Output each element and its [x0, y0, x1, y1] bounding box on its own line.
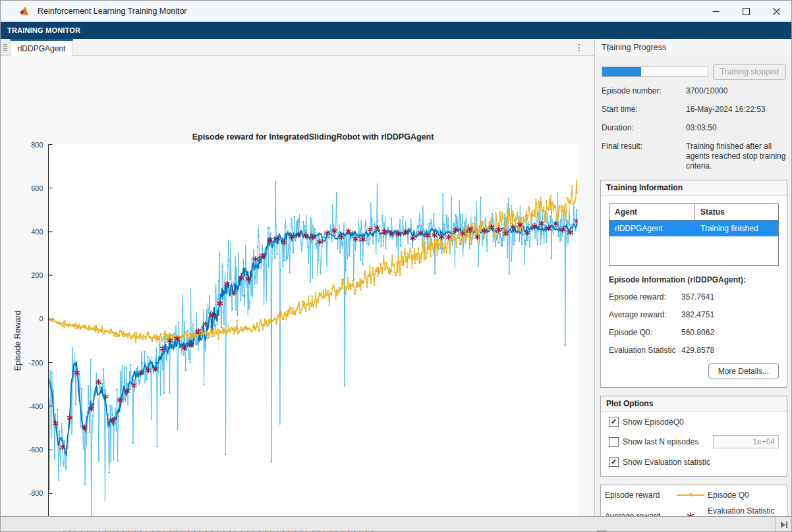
show-last-n-episodes-option: Show last N episodes — [609, 435, 779, 448]
field-value: 16-May-2024 16:22:53 — [686, 105, 786, 115]
panel-kebab-menu-icon[interactable]: ⋮ — [602, 40, 615, 55]
field-value: 382.4751 — [681, 310, 714, 319]
duration-row: Duration: 03:03:50 — [602, 123, 786, 133]
app-window: Reinforcement Learning Training Monitor … — [0, 0, 792, 532]
plot-options-section: Plot Options ✓ Show EpisodeQ0 Show last … — [600, 396, 787, 477]
legend-episode-q0-label: Episode Q0 — [708, 491, 789, 500]
field-label: Episode reward: — [609, 292, 681, 302]
svg-text:600: 600 — [31, 184, 43, 192]
svg-text:0: 0 — [39, 315, 43, 323]
option-label: Show last N episodes — [623, 437, 698, 446]
show-last-n-episodes-checkbox[interactable] — [609, 437, 619, 447]
reward-chart: 0500100015002000250030003500-1000-800-60… — [1, 56, 594, 518]
agent-status-table: Agent Status rlDDPGAgent Training finish… — [609, 203, 779, 266]
field-label: Average reward: — [609, 310, 681, 319]
field-value: 03:03:50 — [686, 123, 786, 133]
tab-rlddpgagent[interactable]: rlDDPGAgent — [10, 39, 73, 56]
title-bar: Reinforcement Learning Training Monitor — [1, 1, 791, 22]
progress-fill — [602, 67, 641, 76]
training-progress-bar — [602, 66, 708, 77]
field-label: Final result: — [602, 142, 686, 171]
svg-text:Episode Reward: Episode Reward — [13, 311, 22, 371]
field-label: Episode number: — [602, 86, 686, 96]
episode-number-row: Episode number: 3700/10000 — [602, 86, 786, 96]
grip-icon[interactable] — [1, 39, 11, 55]
field-label: Start time: — [602, 105, 686, 115]
minimize-button[interactable] — [700, 1, 731, 22]
show-evaluation-statistic-option: ✓ Show Evaluation statistic — [609, 457, 779, 467]
field-label: Episode Q0: — [609, 328, 681, 337]
last-n-episodes-input[interactable] — [713, 435, 779, 448]
training-stopped-button[interactable]: Training stopped — [713, 64, 786, 80]
status-bar — [1, 516, 792, 532]
column-header-agent[interactable]: Agent — [609, 204, 695, 220]
table-header-row: Agent Status — [609, 204, 778, 221]
training-progress-panel: Training Progress ⋮ Training stopped Epi… — [594, 39, 792, 516]
tab-kebab-menu-icon[interactable]: ⋮ — [573, 40, 586, 55]
section-title: Training Information — [601, 180, 787, 196]
ribbon-bar: TRAINING MONITOR — [1, 22, 791, 39]
field-value: 429.8578 — [681, 346, 714, 355]
panel-header: Training Progress ⋮ — [595, 39, 792, 56]
table-empty-area — [609, 236, 778, 265]
show-episodeq0-option: ✓ Show EpisodeQ0 — [609, 417, 779, 427]
window-controls — [700, 1, 791, 22]
option-label: Show EpisodeQ0 — [623, 417, 684, 427]
matlab-logo — [19, 6, 31, 16]
final-result-row: Final result: Training finished after al… — [602, 142, 786, 171]
field-value: 3700/10000 — [686, 86, 786, 96]
column-header-status[interactable]: Status — [695, 204, 778, 220]
field-value: 560.8062 — [681, 328, 714, 337]
tab-label: rlDDPGAgent — [18, 44, 66, 53]
status-cell: Training finished — [695, 221, 778, 236]
episode-information-title: Episode Information (rlDDPGAgent): — [609, 275, 779, 284]
table-row[interactable]: rlDDPGAgent Training finished — [609, 221, 778, 236]
svg-text:-600: -600 — [28, 446, 43, 454]
window-title: Reinforcement Learning Training Monitor — [38, 7, 187, 16]
legend-episode-reward-label: Episode reward — [605, 491, 673, 500]
figure-area: 0500100015002000250030003500-1000-800-60… — [1, 56, 594, 516]
svg-text:-800: -800 — [28, 489, 43, 497]
skip-end-icon[interactable] — [779, 521, 789, 529]
svg-text:400: 400 — [31, 228, 43, 236]
episode-reward-row: Episode reward: 357.7641 — [609, 292, 779, 302]
show-episodeq0-checkbox[interactable]: ✓ — [609, 417, 619, 427]
more-details-button[interactable]: More Details... — [708, 363, 779, 379]
average-reward-row: Average reward: 382.4751 — [609, 310, 779, 319]
start-time-row: Start time: 16-May-2024 16:22:53 — [602, 105, 786, 115]
field-label: Evaluation Statistic — [609, 346, 681, 355]
document-tab-bar: rlDDPGAgent ⋮ — [1, 39, 594, 56]
svg-text:-400: -400 — [28, 402, 43, 410]
section-title: Plot Options — [601, 396, 787, 412]
svg-text:Episode reward for IntegratedS: Episode reward for IntegratedSlidingRobo… — [192, 132, 435, 142]
svg-text:800: 800 — [31, 141, 43, 149]
close-button[interactable] — [761, 1, 791, 22]
episode-q0-row: Episode Q0: 560.8062 — [609, 328, 779, 337]
evaluation-statistic-row: Evaluation Statistic 429.8578 — [609, 346, 779, 355]
svg-text:-200: -200 — [28, 359, 43, 367]
field-value: 357.7641 — [681, 292, 714, 302]
field-value: Training finished after all agents reach… — [686, 142, 786, 171]
maximize-button[interactable] — [731, 1, 761, 22]
option-label: Show Evaluation statistic — [623, 458, 710, 467]
episode-q0-line-marker — [673, 494, 708, 496]
ribbon-tab-training-monitor[interactable]: TRAINING MONITOR — [7, 26, 80, 34]
agent-cell: rlDDPGAgent — [609, 221, 695, 236]
status-bar-divider — [775, 517, 776, 532]
svg-text:200: 200 — [31, 271, 43, 279]
field-label: Duration: — [602, 123, 686, 133]
training-information-section: Training Information Agent Status rlDDPG… — [600, 180, 787, 388]
show-evaluation-statistic-checkbox[interactable]: ✓ — [609, 457, 619, 467]
